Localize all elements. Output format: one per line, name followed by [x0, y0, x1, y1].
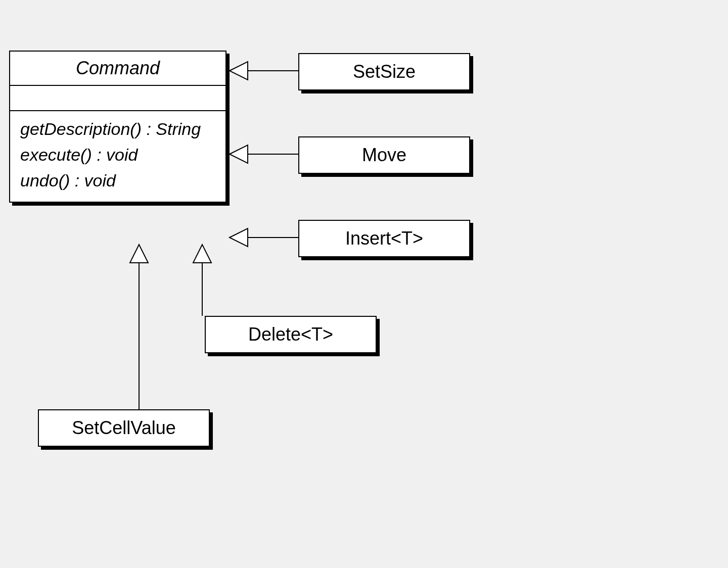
method-line: getDescription() : String: [20, 116, 215, 142]
uml-class-delete: Delete<T>: [205, 316, 377, 353]
method-line: execute() : void: [20, 142, 215, 168]
svg-marker-1: [230, 62, 248, 80]
uml-class-move: Move: [298, 136, 470, 174]
uml-class-insert: Insert<T>: [298, 220, 470, 257]
class-methods: getDescription() : String execute() : vo…: [10, 111, 225, 202]
class-attributes: [10, 86, 225, 111]
svg-marker-9: [130, 245, 148, 263]
svg-marker-7: [193, 245, 211, 263]
svg-marker-3: [230, 145, 248, 163]
method-line: undo() : void: [20, 168, 215, 194]
uml-class-command: Command getDescription() : String execut…: [9, 51, 226, 203]
svg-marker-5: [230, 228, 248, 247]
class-title: Command: [10, 52, 225, 86]
uml-class-setsize: SetSize: [298, 53, 470, 90]
uml-class-setcellvalue: SetCellValue: [38, 409, 210, 447]
